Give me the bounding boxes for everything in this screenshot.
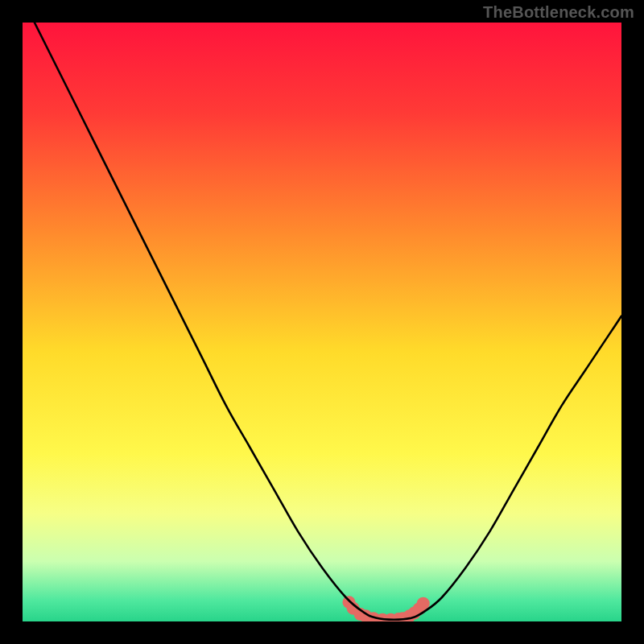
highlight-marker — [417, 597, 430, 610]
gradient-background — [23, 23, 621, 621]
credit-text: TheBottleneck.com — [483, 3, 634, 22]
bottleneck-chart — [0, 0, 644, 644]
chart-frame: TheBottleneck.com — [0, 0, 644, 644]
